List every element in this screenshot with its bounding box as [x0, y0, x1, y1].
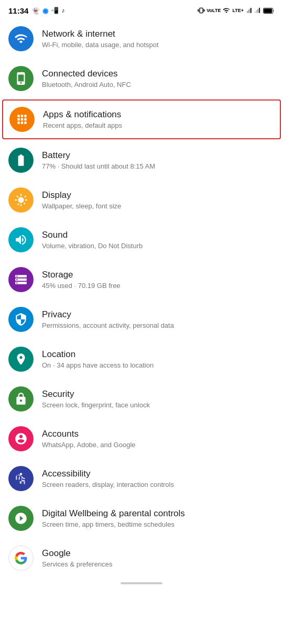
wifi-icon	[8, 26, 34, 51]
apps-icon	[9, 107, 35, 132]
item-title-location: Location	[42, 349, 275, 360]
item-subtitle-security: Screen lock, fingerprint, face unlock	[42, 401, 275, 410]
status-bar: 11:34 👻 ◉ 📲 ♪ VoLTE LTE+	[0, 0, 283, 19]
item-subtitle-accessibility: Screen readers, display, interaction con…	[42, 481, 275, 490]
item-title-security: Security	[42, 388, 275, 400]
display-icon	[8, 187, 34, 213]
item-subtitle-connected: Bluetooth, Android Auto, NFC	[42, 81, 275, 90]
sound-icon	[8, 227, 34, 252]
settings-item-security[interactable]: Security Screen lock, fingerprint, face …	[0, 379, 283, 419]
signal1-icon	[245, 7, 253, 14]
security-icon	[8, 386, 34, 412]
settings-item-google[interactable]: Google Services & preferences	[0, 538, 283, 578]
accounts-icon	[8, 426, 34, 451]
item-title-sound: Sound	[42, 229, 275, 241]
music-icon: ♪	[61, 7, 64, 14]
item-title-battery: Battery	[42, 150, 275, 161]
item-title-wellbeing: Digital Wellbeing & parental controls	[42, 508, 275, 519]
status-icons-right: VoLTE LTE+	[198, 7, 275, 14]
svg-point-6	[20, 473, 22, 475]
item-title-storage: Storage	[42, 269, 275, 281]
accessibility-icon	[8, 466, 34, 491]
item-subtitle-network: Wi-Fi, mobile, data usage, and hotspot	[42, 41, 275, 50]
svg-rect-5	[264, 8, 272, 13]
wifi-status-icon	[222, 7, 231, 14]
item-subtitle-sound: Volume, vibration, Do Not Disturb	[42, 242, 275, 251]
storage-icon	[8, 267, 34, 292]
item-title-accessibility: Accessibility	[42, 468, 275, 480]
battery-icon	[8, 148, 34, 173]
volte-icon: VoLTE	[206, 8, 221, 13]
handle-bar	[121, 582, 162, 584]
svg-rect-3	[255, 12, 256, 13]
item-subtitle-battery: 77% · Should last until about 8:15 AM	[42, 162, 275, 171]
item-title-accounts: Accounts	[42, 428, 275, 440]
item-title-privacy: Privacy	[42, 309, 275, 320]
settings-item-connected[interactable]: Connected devices Bluetooth, Android Aut…	[0, 59, 283, 98]
google-icon	[8, 546, 34, 571]
svg-rect-2	[256, 10, 257, 13]
item-subtitle-display: Wallpaper, sleep, font size	[42, 202, 275, 211]
item-title-network: Network & internet	[42, 28, 275, 40]
location-icon	[8, 347, 34, 372]
settings-item-network[interactable]: Network & internet Wi-Fi, mobile, data u…	[0, 19, 283, 59]
item-title-google: Google	[42, 548, 275, 559]
settings-item-battery[interactable]: Battery 77% · Should last until about 8:…	[0, 140, 283, 180]
snapchat-icon: 👻	[31, 7, 40, 15]
item-subtitle-apps: Recent apps, default apps	[43, 121, 274, 130]
settings-item-sound[interactable]: Sound Volume, vibration, Do Not Disturb	[0, 220, 283, 260]
vibrate-icon	[198, 7, 205, 14]
svg-rect-1	[257, 9, 258, 13]
messenger-icon: ◉	[42, 7, 48, 15]
item-subtitle-google: Services & preferences	[42, 560, 275, 569]
privacy-icon	[8, 307, 34, 332]
settings-list: Network & internet Wi-Fi, mobile, data u…	[0, 19, 283, 578]
signal2-icon	[254, 7, 262, 14]
item-subtitle-accounts: WhatsApp, Adobe, and Google	[42, 441, 275, 450]
settings-item-accessibility[interactable]: Accessibility Screen readers, display, i…	[0, 459, 283, 498]
settings-item-storage[interactable]: Storage 45% used · 70.19 GB free	[0, 260, 283, 299]
settings-item-apps[interactable]: Apps & notifications Recent apps, defaul…	[2, 99, 281, 139]
item-title-display: Display	[42, 190, 275, 201]
status-icons-left: 👻 ◉ 📲 ♪	[31, 7, 64, 15]
battery-icon	[263, 7, 275, 14]
item-title-connected: Connected devices	[42, 68, 275, 80]
item-subtitle-wellbeing: Screen time, app timers, bedtime schedul…	[42, 520, 275, 529]
bottom-handle	[0, 578, 283, 591]
settings-item-accounts[interactable]: Accounts WhatsApp, Adobe, and Google	[0, 419, 283, 459]
item-subtitle-storage: 45% used · 70.19 GB free	[42, 282, 275, 291]
settings-item-location[interactable]: Location On · 34 apps have access to loc…	[0, 339, 283, 379]
wellbeing-icon	[8, 506, 34, 531]
settings-item-display[interactable]: Display Wallpaper, sleep, font size	[0, 180, 283, 220]
settings-item-wellbeing[interactable]: Digital Wellbeing & parental controls Sc…	[0, 498, 283, 538]
item-subtitle-location: On · 34 apps have access to location	[42, 361, 275, 370]
item-title-apps: Apps & notifications	[43, 109, 274, 120]
connected-icon	[8, 66, 34, 91]
item-subtitle-privacy: Permissions, account activity, personal …	[42, 321, 275, 330]
svg-rect-0	[259, 8, 260, 13]
lte-icon: LTE+	[232, 8, 244, 13]
status-time: 11:34	[8, 6, 28, 15]
settings-item-privacy[interactable]: Privacy Permissions, account activity, p…	[0, 299, 283, 339]
phone-icon: 📲	[51, 7, 59, 14]
